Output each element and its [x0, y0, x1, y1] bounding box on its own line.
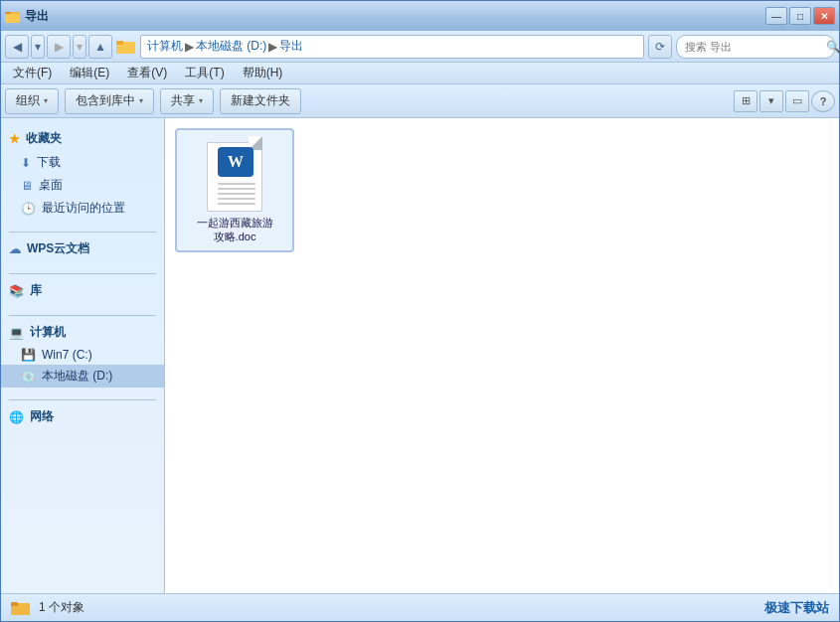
sidebar-header-network[interactable]: 🌐 网络	[1, 404, 164, 429]
breadcrumb-sep-1: ▶	[185, 40, 194, 54]
sidebar-item-drive-c[interactable]: 💾 Win7 (C:)	[1, 345, 164, 365]
sidebar-section-favorites: ★ 收藏夹 ⬇ 下载 🖥 桌面 🕒 最近访问的位置	[1, 126, 164, 220]
forward-dropdown[interactable]: ▾	[73, 35, 86, 59]
menu-edit[interactable]: 编辑(E)	[62, 63, 117, 83]
up-button[interactable]: ▲	[88, 35, 112, 59]
sidebar-item-drive-d[interactable]: 💿 本地磁盘 (D:)	[1, 365, 164, 388]
doc-line-5	[218, 203, 255, 205]
menu-help[interactable]: 帮助(H)	[235, 63, 291, 83]
doc-line-2	[218, 188, 255, 190]
sidebar-divider-4	[9, 399, 156, 400]
library-icon: 📚	[9, 284, 24, 298]
search-input[interactable]	[685, 41, 822, 53]
breadcrumb-bar[interactable]: 计算机 ▶ 本地磁盘 (D:) ▶ 导出	[140, 35, 644, 59]
sidebar-item-desktop[interactable]: 🖥 桌面	[1, 174, 164, 197]
status-left: 1 个对象	[11, 599, 84, 616]
breadcrumb-drive[interactable]: 本地磁盘 (D:)	[196, 38, 266, 55]
file-icon: W	[203, 136, 266, 212]
view-mode-button[interactable]: ⊞	[734, 90, 757, 112]
search-icon: 🔍	[826, 40, 840, 54]
cloud-icon: ☁	[9, 242, 21, 256]
doc-line-4	[218, 198, 255, 200]
sidebar-section-network: 🌐 网络	[1, 404, 164, 429]
sidebar-section-library: 📚 库	[1, 278, 164, 303]
window-icon	[5, 8, 21, 24]
forward-button[interactable]: ▶	[47, 35, 71, 59]
watermark: 极速下载站	[764, 599, 829, 617]
file-item[interactable]: W 一起游西藏旅游	[175, 128, 294, 252]
file-area: W 一起游西藏旅游	[165, 118, 839, 593]
sidebar-header-favorites: ★ 收藏夹	[1, 126, 164, 151]
share-button[interactable]: 共享 ▾	[160, 88, 214, 114]
maximize-button[interactable]: □	[789, 7, 811, 25]
doc-line-3	[218, 193, 255, 195]
sidebar-divider-3	[9, 315, 156, 316]
explorer-window: 导出 — □ ✕ ◀ ▾ ▶ ▾ ▲ 计算机 ▶ 本地磁盘 (D:) ▶ 导出	[0, 0, 840, 622]
breadcrumb-computer[interactable]: 计算机	[147, 38, 183, 55]
status-folder-icon	[11, 600, 31, 616]
back-button[interactable]: ◀	[5, 35, 29, 59]
new-folder-button[interactable]: 新建文件夹	[220, 88, 301, 114]
organize-button[interactable]: 组织 ▾	[5, 88, 59, 114]
sidebar-header-wps[interactable]: ☁ WPS云文档	[1, 236, 164, 261]
sidebar-section-wps: ☁ WPS云文档	[1, 236, 164, 261]
doc-body: W	[207, 142, 262, 212]
sidebar-item-download[interactable]: ⬇ 下载	[1, 151, 164, 174]
network-icon: 🌐	[9, 410, 24, 424]
view-controls: ⊞ ▾ ▭ ?	[734, 90, 835, 112]
sidebar-section-computer: 💻 计算机 💾 Win7 (C:) 💿 本地磁盘 (D:)	[1, 320, 164, 388]
breadcrumb-current[interactable]: 导出	[279, 38, 303, 55]
star-icon: ★	[9, 132, 20, 146]
doc-line-1	[218, 183, 255, 185]
file-name: 一起游西藏旅游 攻略.doc	[197, 216, 273, 244]
title-bar-left: 导出	[5, 8, 49, 25]
location-folder-icon	[116, 39, 136, 55]
menu-file[interactable]: 文件(F)	[5, 63, 60, 83]
back-dropdown[interactable]: ▾	[31, 35, 45, 59]
recent-icon: 🕒	[21, 202, 36, 216]
view-mode-dropdown[interactable]: ▾	[759, 90, 783, 112]
drive-d-icon: 💿	[21, 370, 36, 384]
sidebar-header-library[interactable]: 📚 库	[1, 278, 164, 303]
sidebar-divider-2	[9, 273, 156, 274]
include-library-button[interactable]: 包含到库中 ▾	[65, 88, 154, 114]
sidebar: ★ 收藏夹 ⬇ 下载 🖥 桌面 🕒 最近访问的位置	[1, 118, 165, 593]
help-button[interactable]: ?	[811, 90, 835, 112]
toolbar: 组织 ▾ 包含到库中 ▾ 共享 ▾ 新建文件夹 ⊞ ▾ ▭ ?	[1, 84, 839, 118]
desktop-icon: 🖥	[21, 179, 33, 193]
nav-buttons: ◀ ▾ ▶ ▾ ▲	[5, 35, 112, 59]
svg-rect-6	[11, 602, 18, 606]
title-bar-buttons: — □ ✕	[765, 7, 835, 25]
status-bar: 1 个对象 极速下载站	[1, 593, 839, 621]
menu-tools[interactable]: 工具(T)	[177, 63, 232, 83]
wps-badge: W	[218, 147, 253, 177]
main-area: ★ 收藏夹 ⬇ 下载 🖥 桌面 🕒 最近访问的位置	[1, 118, 839, 593]
refresh-button[interactable]: ⟳	[648, 35, 672, 59]
breadcrumb-sep-2: ▶	[268, 40, 277, 54]
sidebar-header-computer: 💻 计算机	[1, 320, 164, 345]
address-bar: ◀ ▾ ▶ ▾ ▲ 计算机 ▶ 本地磁盘 (D:) ▶ 导出 ⟳ 🔍	[1, 31, 839, 63]
drive-c-icon: 💾	[21, 348, 36, 362]
share-dropdown-arrow: ▾	[199, 96, 203, 105]
computer-icon: 💻	[9, 326, 24, 340]
search-bar[interactable]: 🔍	[676, 35, 835, 59]
sidebar-divider-1	[9, 232, 156, 233]
minimize-button[interactable]: —	[765, 7, 787, 25]
close-button[interactable]: ✕	[813, 7, 835, 25]
library-dropdown-arrow: ▾	[139, 96, 143, 105]
svg-rect-4	[116, 41, 123, 45]
sidebar-item-recent[interactable]: 🕒 最近访问的位置	[1, 197, 164, 220]
organize-dropdown-arrow: ▾	[44, 96, 48, 105]
menu-bar: 文件(F) 编辑(E) 查看(V) 工具(T) 帮助(H)	[1, 63, 839, 84]
title-text: 导出	[25, 8, 49, 25]
status-text: 1 个对象	[39, 599, 84, 616]
svg-rect-2	[5, 14, 20, 23]
title-bar: 导出 — □ ✕	[1, 1, 839, 31]
preview-pane-button[interactable]: ▭	[785, 90, 809, 112]
menu-view[interactable]: 查看(V)	[119, 63, 175, 83]
download-icon: ⬇	[21, 156, 31, 170]
doc-lines	[218, 183, 255, 205]
